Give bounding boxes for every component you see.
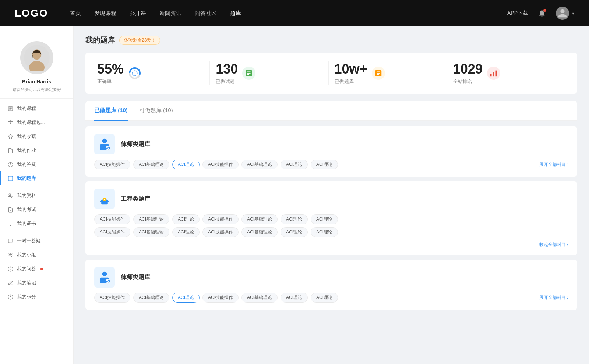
sidebar-item-homework[interactable]: 我的作业: [0, 143, 73, 157]
sidebar-divider-2: [0, 232, 73, 232]
bank-tag[interactable]: ACI技能操作: [94, 214, 130, 224]
sidebar-item-points[interactable]: 我的积分: [0, 290, 73, 304]
tabs-bar: 已做题库 (10) 可做题库 (10): [85, 101, 577, 121]
bank-tag[interactable]: ACI基础理论: [241, 227, 278, 237]
sidebar-label-exam: 我的考试: [17, 206, 36, 213]
sidebar-item-group[interactable]: 我的小组: [0, 248, 73, 262]
sidebar-label-cert: 我的证书: [17, 220, 36, 227]
package-icon: [7, 119, 13, 125]
notification-bell[interactable]: [537, 8, 547, 18]
bank-card-engineer: 工程类题库 ACI技能操作 ACI基础理论 ACI理论 ACI技能操作 ACI基…: [85, 181, 577, 255]
sidebar-label-question: 我的答疑: [17, 161, 36, 168]
sidebar-item-qa[interactable]: 我的问答: [0, 262, 73, 276]
bank-collapse-engineer[interactable]: 收起全部科目 ‹: [94, 242, 568, 248]
tab-todo[interactable]: 可做题库 (10): [140, 101, 173, 121]
sidebar-label-oneone: 一对一答疑: [17, 238, 41, 244]
svg-point-37: [104, 199, 105, 200]
question-icon: [7, 161, 13, 167]
nav-more[interactable]: ···: [254, 9, 259, 18]
nav-links: 首页 发现课程 公开课 新闻资讯 问答社区 题库 ···: [70, 8, 507, 18]
bank-name-engineer: 工程类题库: [121, 195, 150, 203]
bank-expand-3[interactable]: 展开全部科目 ›: [539, 295, 568, 301]
bank-name-lawyer-2: 律师类题库: [121, 274, 150, 281]
user-avatar: [556, 7, 569, 20]
page-header: 我的题库 体验剩余23天！: [85, 35, 577, 45]
bank-tag[interactable]: ACI理论: [311, 160, 338, 169]
sidebar-profile: Brian Harris 错误的决定比没有决定要好: [0, 34, 73, 99]
sidebar-label-package: 我的课程包...: [17, 119, 45, 126]
bank-tag[interactable]: ACI技能操作: [94, 227, 130, 237]
app-download-link[interactable]: APP下载: [507, 10, 528, 17]
sidebar-item-exam[interactable]: 我的考试: [0, 203, 73, 217]
bank-tag[interactable]: ACI理论: [172, 214, 200, 224]
bank-expand-1[interactable]: 展开全部科目 ›: [539, 161, 568, 168]
engineer-icon: [94, 189, 115, 209]
bank-tag[interactable]: ACI理论: [311, 293, 338, 303]
sidebar-item-note[interactable]: 我的笔记: [0, 276, 73, 290]
bank-tag[interactable]: ACI基础理论: [133, 160, 169, 169]
bank-card-header-2: 工程类题库: [94, 189, 568, 209]
bank-tag[interactable]: ACI技能操作: [202, 293, 239, 303]
chevron-down-icon: ▾: [572, 11, 574, 16]
bank-tag[interactable]: ACI技能操作: [202, 227, 239, 237]
sidebar-item-package[interactable]: 我的课程包...: [0, 115, 73, 129]
top-navigation: LOGO 首页 发现课程 公开课 新闻资讯 问答社区 题库 ··· APP下载 …: [0, 0, 589, 26]
bank-tags-row-1: ACI技能操作 ACI基础理论 ACI理论 ACI技能操作 ACI基础理论 AC…: [94, 214, 568, 224]
tab-done[interactable]: 已做题库 (10): [94, 101, 128, 121]
stat-value-correct: 55% 正确率: [97, 61, 124, 85]
svg-point-32: [102, 139, 107, 143]
star-icon: [7, 133, 13, 139]
stat-done-questions: 130 已做试题: [210, 61, 328, 85]
bank-tag[interactable]: ACI基础理论: [133, 214, 169, 224]
sidebar-label-collect: 我的收藏: [17, 133, 36, 140]
page-layout: Brian Harris 错误的决定比没有决定要好 我的课程 我的课程包... …: [0, 26, 589, 364]
bank-tag[interactable]: ACI基础理论: [133, 227, 169, 237]
list-green-icon: [242, 67, 255, 80]
svg-point-20: [132, 71, 137, 76]
nav-news[interactable]: 新闻资讯: [159, 8, 181, 18]
user-avatar-wrap[interactable]: ▾: [556, 7, 574, 20]
bank-tag[interactable]: ACI技能操作: [202, 160, 239, 169]
bank-tag[interactable]: ACI理论: [281, 214, 308, 224]
bank-tag[interactable]: ACI基础理论: [241, 293, 278, 303]
nav-bank[interactable]: 题库: [230, 8, 241, 18]
bank-list: 律师类题库 ACI技能操作 ACI基础理论 ACI理论 ACI技能操作 ACI基…: [85, 126, 577, 310]
qa-dot: [40, 268, 43, 270]
bank-tag[interactable]: ACI基础理论: [241, 160, 278, 169]
stat-value-done: 130 已做试题: [216, 61, 238, 85]
bank-tag[interactable]: ACI理论: [281, 227, 308, 237]
sidebar-item-bank[interactable]: 我的题库: [0, 171, 73, 185]
bank-tag[interactable]: ACI理论: [311, 214, 338, 224]
sidebar-item-cert[interactable]: 我的证书: [0, 217, 73, 231]
bank-tag-active[interactable]: ACI理论: [172, 160, 200, 169]
user-name: Brian Harris: [22, 79, 51, 85]
bank-tag[interactable]: ACI技能操作: [94, 293, 130, 303]
nav-home[interactable]: 首页: [70, 8, 81, 18]
bank-tag[interactable]: ACI技能操作: [94, 160, 130, 169]
oneone-icon: [7, 238, 13, 244]
sidebar-item-collect[interactable]: 我的收藏: [0, 129, 73, 143]
stat-done-banks: 10w+ 已做题库: [329, 61, 447, 85]
lawyer-icon-2: [94, 267, 115, 288]
course-icon: [7, 106, 13, 111]
qa-icon: [7, 266, 13, 272]
sidebar-item-question[interactable]: 我的答疑: [0, 157, 73, 171]
sidebar-item-material[interactable]: 我的资料: [0, 189, 73, 203]
bank-tag-active-3[interactable]: ACI理论: [172, 293, 200, 303]
nav-qa[interactable]: 问答社区: [195, 8, 217, 18]
sidebar-item-oneone[interactable]: 一对一答疑: [0, 234, 73, 248]
nav-discover[interactable]: 发现课程: [94, 8, 116, 18]
sidebar-label-note: 我的笔记: [17, 279, 36, 286]
bank-tag[interactable]: ACI理论: [172, 227, 200, 237]
bank-tag[interactable]: ACI基础理论: [241, 214, 278, 224]
sidebar-item-course[interactable]: 我的课程: [0, 101, 73, 115]
svg-rect-31: [495, 71, 497, 77]
nav-opencourse[interactable]: 公开课: [130, 8, 146, 18]
bank-tag[interactable]: ACI基础理论: [133, 293, 169, 303]
bank-tag[interactable]: ACI理论: [281, 293, 308, 303]
bank-tag[interactable]: ACI理论: [311, 227, 338, 237]
bank-tag[interactable]: ACI技能操作: [202, 214, 239, 224]
sidebar-label-group: 我的小组: [17, 251, 36, 258]
bank-tag[interactable]: ACI理论: [281, 160, 308, 169]
bank-icon: [7, 175, 13, 181]
